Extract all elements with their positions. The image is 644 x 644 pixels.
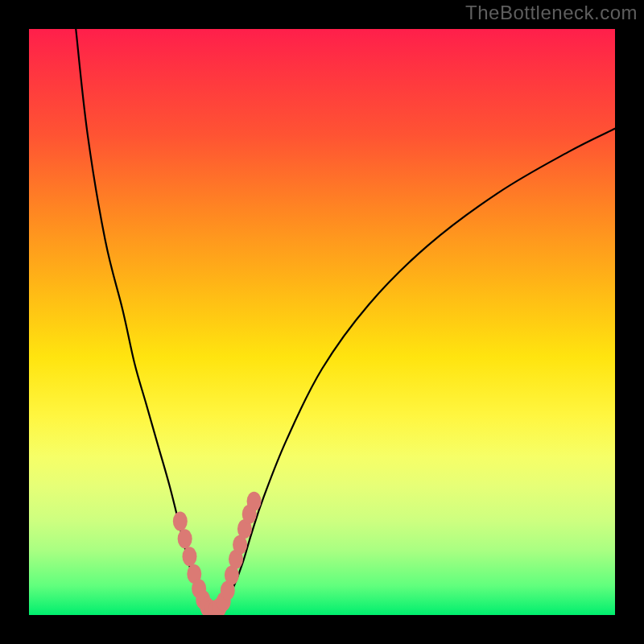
curve-group bbox=[76, 29, 615, 611]
right-branch-path bbox=[217, 129, 615, 610]
watermark-text: TheBottleneck.com bbox=[465, 2, 638, 24]
curve-layer bbox=[29, 29, 615, 615]
left-branch-path bbox=[76, 29, 209, 610]
bead-marker bbox=[182, 547, 196, 566]
bead-marker bbox=[178, 529, 192, 548]
bead-marker bbox=[173, 512, 188, 531]
plot-area bbox=[29, 29, 615, 615]
beads-group bbox=[173, 492, 262, 615]
chart-stage: TheBottleneck.com bbox=[0, 0, 644, 644]
bead-marker bbox=[247, 492, 262, 511]
